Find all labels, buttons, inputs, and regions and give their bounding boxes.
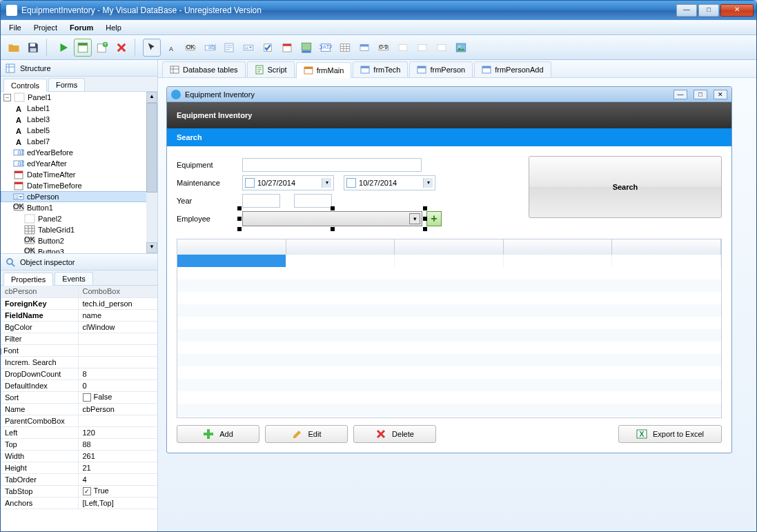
property-value[interactable]: [Left,Top] xyxy=(78,497,157,509)
property-value[interactable] xyxy=(78,344,157,356)
property-value[interactable]: 120 xyxy=(78,426,157,438)
combobox-tool[interactable] xyxy=(239,39,257,57)
tab-database-tables[interactable]: Database tables xyxy=(162,61,246,77)
checkbox-tool[interactable] xyxy=(259,39,277,57)
memo-tool[interactable] xyxy=(220,39,238,57)
tree-node[interactable]: OKButton2 xyxy=(1,235,157,246)
property-row[interactable]: BgColorclWindow xyxy=(1,321,157,333)
property-row[interactable]: Filter xyxy=(1,333,157,344)
tree-scrollbar[interactable]: ▲ ▼ xyxy=(146,92,157,253)
collapse-icon[interactable]: – xyxy=(3,94,11,101)
property-row[interactable]: Anchors[Left,Top] xyxy=(1,497,157,509)
property-value[interactable]: False xyxy=(78,391,157,403)
tree-node[interactable]: OKButton3 xyxy=(1,246,157,254)
dropdown-icon[interactable]: ▾ xyxy=(409,213,420,224)
search-button[interactable]: Search xyxy=(529,156,722,218)
year-to-input[interactable] xyxy=(294,194,332,208)
counter-tool[interactable]: 0-9 xyxy=(375,39,393,57)
tab-frmmain[interactable]: frmMain xyxy=(296,62,352,78)
property-value[interactable]: clWindow xyxy=(78,321,157,333)
property-value[interactable]: 21 xyxy=(78,462,157,473)
grid-row-selected[interactable] xyxy=(177,255,721,267)
run-button[interactable] xyxy=(55,39,72,57)
tab-frmperson[interactable]: frmPerson xyxy=(409,61,473,77)
dropdown-icon[interactable]: ▾ xyxy=(423,178,433,188)
tab-properties[interactable]: Properties xyxy=(3,273,53,286)
tab-script[interactable]: Script xyxy=(247,61,295,77)
tree-node[interactable]: ALabel1 xyxy=(1,103,157,114)
minimize-button[interactable]: — xyxy=(676,4,697,17)
property-value[interactable]: 4 xyxy=(78,473,157,485)
button-tool[interactable]: OK xyxy=(181,39,199,57)
picture-tool[interactable] xyxy=(452,39,470,57)
delete-button[interactable]: Delete xyxy=(353,425,436,443)
tree-node[interactable]: DateTimeAfter xyxy=(1,169,157,180)
datetime-tool[interactable] xyxy=(278,39,296,57)
property-row[interactable]: NamecbPerson xyxy=(1,403,157,415)
maximize-button[interactable]: □ xyxy=(698,4,719,17)
form-maximize-button[interactable]: □ xyxy=(694,90,707,99)
property-row[interactable]: SortFalse xyxy=(1,391,157,403)
tree-node[interactable]: Panel2 xyxy=(1,213,157,224)
open-button[interactable] xyxy=(5,39,23,57)
edit-button[interactable]: Edit xyxy=(265,425,348,443)
menu-file[interactable]: File xyxy=(3,22,27,33)
employee-combobox[interactable]: ▾ xyxy=(242,211,422,226)
property-row[interactable]: Height21 xyxy=(1,462,157,473)
tree-node[interactable]: ALabel5 xyxy=(1,125,157,136)
tab-frmtech[interactable]: frmTech xyxy=(353,61,408,77)
tree-node[interactable]: OKButton1 xyxy=(1,202,157,213)
tree-node[interactable]: TableGrid1 xyxy=(1,224,157,235)
controls-tree[interactable]: – Panel1 ALabel1ALabel3ALabel5ALabel7ab|… xyxy=(1,92,157,254)
results-grid[interactable] xyxy=(177,239,722,418)
new-form-button[interactable]: + xyxy=(93,39,111,57)
tab-controls[interactable]: Controls xyxy=(3,79,47,92)
tree-node[interactable]: ab|edYearBefore xyxy=(1,147,157,158)
scroll-down-icon[interactable]: ▼ xyxy=(146,242,157,253)
date-to-picker[interactable]: 10/27/2014▾ xyxy=(344,175,435,190)
menu-help[interactable]: Help xyxy=(100,22,127,33)
save-button[interactable] xyxy=(24,39,42,57)
dropdown-icon[interactable]: ▾ xyxy=(322,178,331,188)
tab-events[interactable]: Events xyxy=(55,272,93,285)
close-button[interactable]: ✕ xyxy=(720,4,754,17)
property-value[interactable]: 8 xyxy=(78,368,157,380)
blank1-tool[interactable] xyxy=(394,39,412,57)
menu-project[interactable]: Project xyxy=(28,22,63,33)
menu-forum[interactable]: Forum xyxy=(64,22,99,33)
panel-tool[interactable] xyxy=(355,39,373,57)
property-value[interactable] xyxy=(78,415,157,426)
pointer-tool[interactable] xyxy=(143,39,161,57)
property-row[interactable]: TabStop✓True xyxy=(1,485,157,497)
edit-tool[interactable]: ab| xyxy=(201,39,219,57)
form-minimize-button[interactable]: — xyxy=(674,90,687,99)
tree-node[interactable]: ALabel3 xyxy=(1,114,157,125)
property-row[interactable]: Width261 xyxy=(1,450,157,462)
property-row[interactable]: Increm. Search xyxy=(1,356,157,368)
delete-form-button[interactable] xyxy=(112,39,130,57)
grid-tool[interactable] xyxy=(336,39,354,57)
property-value[interactable] xyxy=(78,333,157,344)
blank2-tool[interactable] xyxy=(413,39,431,57)
tree-node[interactable]: ab|edYearAfter xyxy=(1,158,157,169)
tree-node[interactable]: ALabel7 xyxy=(1,136,157,147)
equipment-input[interactable] xyxy=(242,158,422,172)
property-row[interactable]: +Font xyxy=(1,344,157,356)
tree-node[interactable]: cbPerson xyxy=(1,191,157,202)
add-button[interactable]: Add xyxy=(177,425,259,443)
property-value[interactable]: ✓True xyxy=(78,485,157,497)
date-from-picker[interactable]: 10/27/2014▾ xyxy=(242,175,334,190)
scroll-up-icon[interactable]: ▲ xyxy=(146,92,157,103)
tab-forms[interactable]: Forms xyxy=(48,78,85,91)
property-row[interactable]: Left120 xyxy=(1,426,157,438)
property-value[interactable]: 261 xyxy=(78,450,157,462)
property-row[interactable]: FieldNamename xyxy=(1,309,157,321)
property-row[interactable]: DropDownCount8 xyxy=(1,368,157,380)
property-row[interactable]: ForeignKeytech.id_person xyxy=(1,297,157,309)
property-value[interactable]: 0 xyxy=(78,380,157,391)
property-value[interactable]: name xyxy=(78,309,157,321)
property-row[interactable]: DefaultIndex0 xyxy=(1,380,157,391)
tree-node[interactable]: DateTimeBefore xyxy=(1,180,157,191)
property-row[interactable]: ParentComboBox xyxy=(1,415,157,426)
property-value[interactable]: cbPerson xyxy=(78,403,157,415)
